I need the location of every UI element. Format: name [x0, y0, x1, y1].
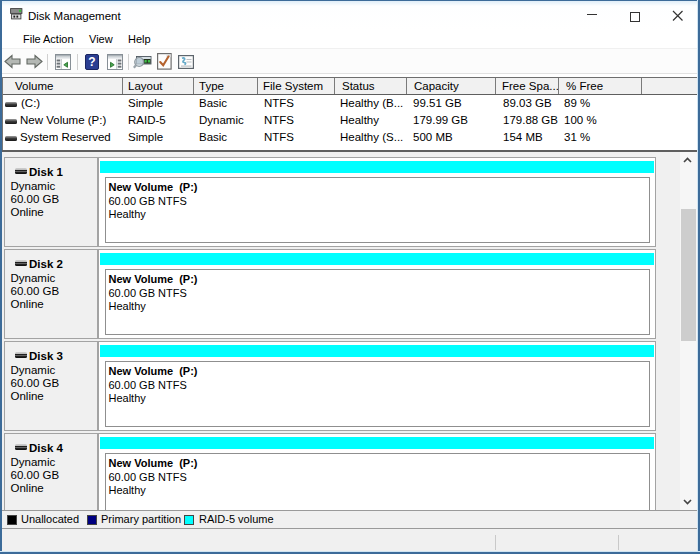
- svg-text:?: ?: [88, 55, 95, 69]
